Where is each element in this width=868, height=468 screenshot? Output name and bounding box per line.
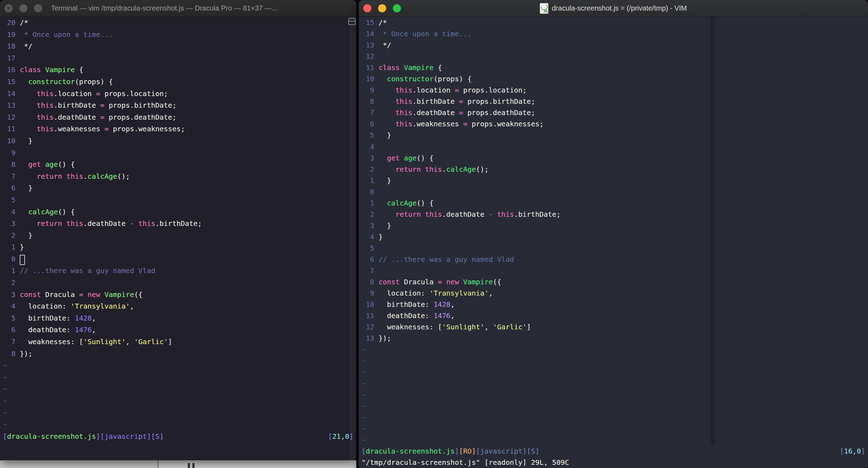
empty-buffer-line[interactable]: ~ <box>0 407 356 419</box>
code-line[interactable]: 6 this.weaknesses = props.weaknesses; <box>359 118 868 129</box>
code-line[interactable]: 9 location: 'Transylvania', <box>359 287 868 299</box>
empty-buffer-line[interactable]: ~ <box>359 434 868 445</box>
code-line[interactable]: 12 weaknesses: ['Sunlight', 'Garlic'] <box>359 321 868 333</box>
code-line[interactable]: 7 weaknesses: ['Sunlight', 'Garlic'] <box>0 336 356 348</box>
code-text: deathDate: 1476, <box>378 311 455 320</box>
code-line[interactable]: 3 return this.deathDate - this.birthDate… <box>0 218 356 230</box>
code-token: - <box>130 219 134 228</box>
code-line[interactable]: 5 <box>0 194 356 206</box>
code-line[interactable]: 6// ...there was a guy named Vlad <box>359 254 868 265</box>
code-line[interactable]: 8 this.birthDate = props.birthDate; <box>359 96 868 107</box>
code-line[interactable]: 11 this.weaknesses = props.weaknesses; <box>0 123 356 135</box>
code-line[interactable]: 1 } <box>359 175 868 186</box>
code-line[interactable]: 2 } <box>0 230 356 242</box>
code-line[interactable]: 16class Vampire { <box>0 64 356 76</box>
empty-buffer-line[interactable]: ~ <box>359 344 868 355</box>
minimize-button[interactable] <box>378 4 386 12</box>
code-line[interactable]: 4 <box>359 141 868 152</box>
code-line[interactable]: 14 this.location = props.location; <box>0 88 356 100</box>
code-line[interactable]: 5 birthDate: 1428, <box>0 312 356 324</box>
vim-buffer-right[interactable]: 15/*14 * Once upon a time...13 */1211cla… <box>359 17 868 468</box>
empty-buffer-line[interactable]: ~ <box>0 395 356 407</box>
code-token <box>442 278 446 286</box>
code-line[interactable]: 12 <box>359 51 868 62</box>
code-line[interactable]: 10 birthDate: 1428, <box>359 299 868 310</box>
code-line[interactable]: 8const Dracula = new Vampire({ <box>359 276 868 287</box>
code-line[interactable]: 8 get age() { <box>0 159 356 171</box>
code-line[interactable]: 0 <box>359 186 868 197</box>
code-line[interactable]: 2 return this.calcAge(); <box>359 164 868 175</box>
code-line[interactable]: 5 } <box>359 129 868 141</box>
empty-buffer-line[interactable]: ~ <box>359 412 868 423</box>
code-line[interactable]: 4} <box>359 231 868 242</box>
code-line[interactable]: 12 this.deathDate = props.deathDate; <box>0 112 356 124</box>
code-line[interactable]: 15/* <box>359 17 868 28</box>
empty-buffer-line[interactable]: ~ <box>0 419 356 431</box>
terminal-titlebar[interactable]: Terminal — vim /tmp/dracula-screenshot.j… <box>0 0 356 17</box>
code-line[interactable]: 7 return this.calcAge(); <box>0 171 356 183</box>
empty-buffer-line[interactable]: ~ <box>359 400 868 412</box>
code-token: = <box>96 89 100 98</box>
empty-buffer-line[interactable]: ~ <box>0 372 356 384</box>
code-line[interactable]: 1// ...there was a guy named Vlad <box>0 265 356 277</box>
empty-buffer-line[interactable]: ~ <box>359 378 868 389</box>
code-line[interactable]: 9 this.location = props.location; <box>359 84 868 96</box>
code-line[interactable]: 10 } <box>0 135 356 147</box>
code-line[interactable]: 1 calcAge() { <box>359 197 868 209</box>
code-line[interactable]: 3const Dracula = new Vampire({ <box>0 289 356 301</box>
code-line[interactable]: 1} <box>0 241 356 253</box>
code-line[interactable]: 8}); <box>0 348 356 360</box>
zoom-button[interactable] <box>34 4 42 12</box>
empty-buffer-line[interactable]: ~ <box>359 389 868 400</box>
code-line[interactable]: 13}); <box>359 333 868 344</box>
vim-statusline[interactable]: [dracula-screenshot.js][RO][javascript][… <box>359 445 868 457</box>
empty-buffer-line[interactable]: ~ <box>359 355 868 366</box>
empty-buffer-line[interactable]: ~ <box>0 360 356 372</box>
minimize-button[interactable] <box>19 4 27 12</box>
code-line[interactable]: 13 this.birthDate = props.birthDate; <box>0 100 356 112</box>
code-line[interactable]: 11class Vampire { <box>359 62 868 73</box>
code-line[interactable]: 6 } <box>0 182 356 194</box>
code-line[interactable]: 0 <box>0 253 356 265</box>
code-line[interactable]: 15 constructor(props) { <box>0 76 356 88</box>
code-line[interactable]: 14 * Once upon a time... <box>359 28 868 39</box>
code-text: * Once upon a time... <box>20 30 113 39</box>
code-line[interactable]: 6 deathDate: 1476, <box>0 324 356 336</box>
code-text: this.location = props.location; <box>378 86 526 94</box>
code-line[interactable]: 11 deathDate: 1476, <box>359 310 868 321</box>
code-line[interactable]: 7 this.deathDate = props.deathDate; <box>359 107 868 118</box>
code-line[interactable]: 2 <box>0 277 356 289</box>
vim-buffer-left[interactable]: 20/*19 * Once upon a time...18 */1716cla… <box>0 17 356 460</box>
line-number: 9 <box>362 84 378 96</box>
vim-statusline[interactable]: [dracula-screenshot.js][javascript][S][2… <box>0 431 356 443</box>
code-line[interactable]: 18 */ <box>0 40 356 52</box>
vim-command-line[interactable]: "/tmp/dracula-screenshot.js" [readonly] … <box>359 457 868 468</box>
code-line[interactable]: 3 get age() { <box>359 152 868 164</box>
code-line[interactable]: 20/* <box>0 17 356 29</box>
code-line[interactable]: 19 * Once upon a time... <box>0 29 356 41</box>
empty-buffer-line[interactable]: ~ <box>0 383 356 395</box>
code-line[interactable]: 13 */ <box>359 39 868 51</box>
empty-buffer-line[interactable]: ~ <box>359 423 868 434</box>
close-button[interactable] <box>5 4 13 12</box>
line-number: 15 <box>362 17 378 28</box>
code-line[interactable]: 4 location: 'Transylvania', <box>0 301 356 312</box>
code-line[interactable]: 2 return this.deathDate - this.birthDate… <box>359 209 868 220</box>
code-line[interactable]: 7 <box>359 265 868 276</box>
close-button[interactable] <box>363 4 371 12</box>
code-token: class <box>20 65 41 74</box>
code-line[interactable]: 10 constructor(props) { <box>359 73 868 84</box>
code-text: constructor(props) { <box>20 77 113 86</box>
code-line[interactable]: 5 <box>359 242 868 254</box>
vim-titlebar[interactable]: JS dracula-screenshot.js = (/private/tmp… <box>359 0 868 17</box>
code-line[interactable]: 3 } <box>359 220 868 231</box>
code-token: , <box>489 289 493 297</box>
line-number: 0 <box>362 186 378 197</box>
code-line[interactable]: 17 <box>0 52 356 64</box>
vim-command-line[interactable] <box>0 442 356 454</box>
empty-buffer-line[interactable]: ~ <box>359 366 868 378</box>
zoom-button[interactable] <box>393 4 401 12</box>
code-line[interactable]: 4 calcAge() { <box>0 206 356 218</box>
line-number: 5 <box>362 129 378 141</box>
code-line[interactable]: 9 <box>0 147 356 159</box>
